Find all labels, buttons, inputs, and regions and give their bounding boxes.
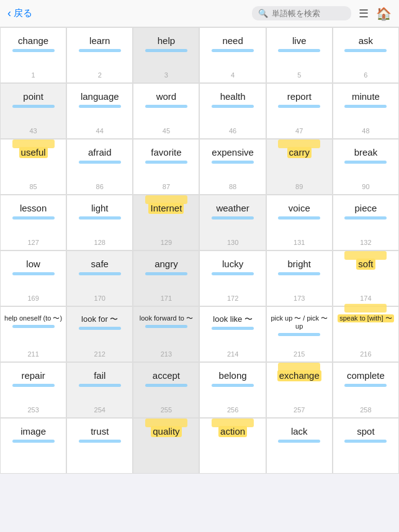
word-cell[interactable]: trust (66, 418, 133, 474)
word-text: lack (291, 426, 308, 437)
blue-underline (12, 105, 55, 108)
search-icon: 🔍 (258, 9, 268, 18)
word-number: 5 (297, 69, 301, 79)
word-cell[interactable]: lesson127 (0, 195, 66, 250)
word-cell[interactable]: exchange257 (266, 362, 333, 418)
word-number: 213 (161, 348, 172, 358)
word-text: help oneself (to 〜) (4, 314, 62, 322)
word-text: minute (352, 91, 380, 102)
blue-underline (145, 49, 187, 52)
word-number: 170 (94, 292, 105, 302)
blue-underline (212, 327, 254, 330)
word-cell[interactable]: complete258 (333, 362, 399, 418)
word-number: 258 (360, 404, 371, 414)
blue-underline (212, 161, 254, 164)
header-right: 🔍 ☰ 🏠 (252, 6, 392, 21)
word-cell[interactable]: ask6 (333, 27, 399, 83)
word-number: 129 (161, 236, 172, 246)
word-cell[interactable]: break90 (333, 139, 399, 195)
word-cell[interactable]: Internet129 (133, 195, 199, 250)
word-cell[interactable]: word45 (133, 83, 199, 139)
word-number: 257 (294, 404, 305, 414)
word-cell[interactable]: look like 〜214 (199, 306, 266, 362)
search-bar[interactable]: 🔍 (252, 6, 351, 20)
word-cell[interactable]: live5 (266, 27, 333, 83)
home-icon[interactable]: 🏠 (376, 6, 392, 21)
word-text: fail (94, 370, 105, 381)
word-number: 89 (295, 180, 303, 190)
word-cell[interactable]: pick up 〜 / pick 〜 up215 (266, 306, 333, 362)
word-cell[interactable]: quality (133, 418, 199, 474)
word-text: Internet (148, 203, 184, 214)
word-cell[interactable]: expensive88 (199, 139, 266, 195)
word-cell[interactable]: light128 (66, 195, 133, 250)
back-arrow-icon: ‹ (7, 7, 11, 20)
word-cell[interactable]: lack (266, 418, 333, 474)
word-number: 1 (32, 69, 35, 79)
word-cell[interactable]: help oneself (to 〜)211 (0, 306, 66, 362)
word-number: 44 (96, 125, 104, 135)
word-number: 215 (294, 348, 305, 358)
word-cell[interactable]: report47 (266, 83, 333, 139)
word-text: look forward to 〜 (140, 314, 193, 322)
word-cell[interactable]: accept255 (133, 362, 199, 418)
word-cell[interactable]: speak to [with] 〜216 (333, 306, 399, 362)
word-cell[interactable]: carry89 (266, 139, 333, 195)
word-text: language (81, 91, 119, 102)
blue-underline (145, 105, 187, 108)
word-cell[interactable]: action (199, 418, 266, 474)
word-cell[interactable]: language44 (66, 83, 133, 139)
word-cell[interactable]: piece132 (333, 195, 399, 250)
word-cell[interactable]: voice131 (266, 195, 333, 250)
word-text: point (23, 91, 43, 102)
word-cell[interactable]: look forward to 〜213 (133, 306, 199, 362)
word-cell[interactable]: help3 (133, 27, 199, 83)
word-text: repair (21, 370, 45, 381)
blue-underline (12, 325, 55, 328)
word-cell[interactable]: favorite87 (133, 139, 199, 195)
word-cell[interactable]: safe170 (66, 250, 133, 306)
word-number: 130 (227, 236, 238, 246)
blue-underline (212, 384, 254, 387)
word-cell[interactable]: change1 (0, 27, 66, 83)
word-cell[interactable]: fail254 (66, 362, 133, 418)
word-cell[interactable]: low169 (0, 250, 66, 306)
word-cell[interactable]: soft174 (333, 250, 399, 306)
blue-underline (79, 105, 121, 108)
word-cell[interactable]: look for 〜212 (66, 306, 133, 362)
blue-underline (79, 327, 121, 330)
word-cell[interactable]: belong256 (199, 362, 266, 418)
word-number: 2 (98, 69, 102, 79)
word-cell[interactable]: useful85 (0, 139, 66, 195)
word-cell[interactable]: weather130 (199, 195, 266, 250)
word-cell[interactable]: bright173 (266, 250, 333, 306)
word-text: learn (89, 35, 110, 47)
word-cell[interactable]: repair253 (0, 362, 66, 418)
blue-underline (212, 216, 254, 219)
blue-underline (79, 440, 121, 443)
word-cell[interactable]: point43 (0, 83, 66, 139)
word-cell[interactable]: lucky172 (199, 250, 266, 306)
word-cell[interactable]: angry171 (133, 250, 199, 306)
word-text: light (91, 203, 109, 214)
word-text: safe (91, 259, 109, 270)
word-number: 48 (362, 125, 369, 135)
word-cell[interactable]: need4 (199, 27, 266, 83)
word-number: 216 (360, 348, 371, 358)
filter-icon[interactable]: ☰ (359, 7, 369, 20)
blue-underline (212, 272, 254, 275)
word-cell[interactable]: image (0, 418, 66, 474)
back-button[interactable]: ‹ 戻る (7, 7, 32, 20)
word-cell[interactable]: afraid86 (66, 139, 133, 195)
blue-underline (145, 272, 187, 275)
word-text: useful (19, 147, 48, 158)
word-cell[interactable]: spot (333, 418, 399, 474)
word-text: help (158, 35, 175, 47)
word-cell[interactable]: minute48 (333, 83, 399, 139)
search-input[interactable] (272, 9, 345, 18)
word-text: word (156, 91, 177, 102)
blue-underline (79, 384, 121, 387)
word-cell[interactable]: learn2 (66, 27, 133, 83)
blue-underline (344, 161, 387, 164)
word-cell[interactable]: health46 (199, 83, 266, 139)
